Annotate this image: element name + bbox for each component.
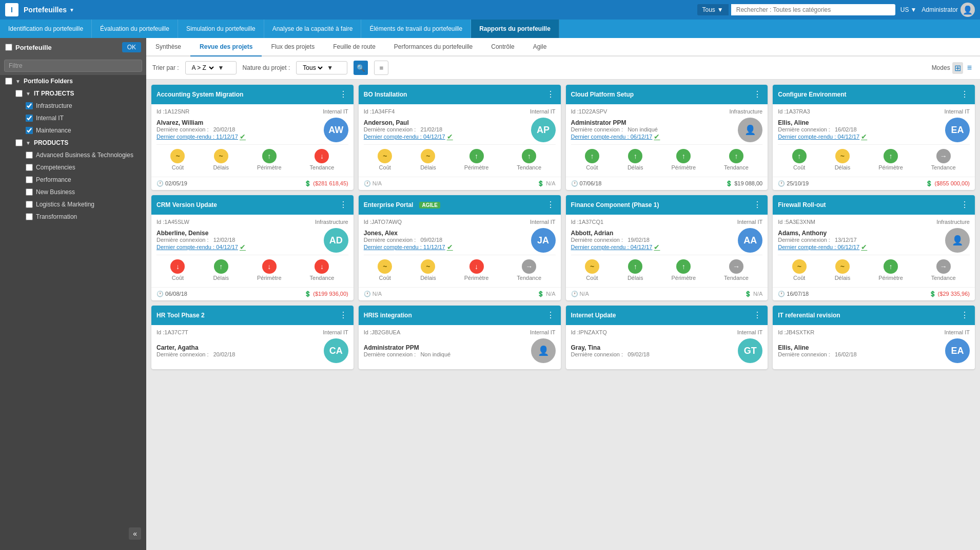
card-meta: Id :1A45SLW Infrastructure <box>156 219 348 225</box>
card-title: Configure Environment <box>778 91 846 98</box>
card-menu-button[interactable]: ⋮ <box>545 201 556 209</box>
cards-area: Accounting System Migration ⋮ Id :1A12SN… <box>146 80 980 550</box>
sub-tab-feuille[interactable]: Feuille de route <box>324 38 385 56</box>
card-internet-update: Internet Update ⋮ Id :IPNZAXTQ Internal … <box>566 306 768 369</box>
card-report-link[interactable]: Dernier compte-rendu : 06/12/17 ✔ <box>778 243 941 251</box>
sidebar-item-it-projects[interactable]: ▼ IT PROJECTS <box>0 87 146 100</box>
tendance-circle: → <box>729 259 743 274</box>
card-title: Internet Update <box>571 312 616 319</box>
sidebar-item-new-business[interactable]: New Business <box>0 186 146 198</box>
sidebar-item-infrastructure[interactable]: Infrastructure <box>0 100 146 112</box>
card-report-link[interactable]: Dernier compte-rendu : 04/12/17 ✔ <box>571 243 734 251</box>
sidebar-title: Portefeuille <box>15 44 52 51</box>
indicator-delais: ~ Délais <box>835 259 851 281</box>
sidebar-check-products[interactable] <box>15 139 23 146</box>
card-meta: Id :JATO7AWQ Internal IT <box>364 219 556 225</box>
sidebar-item-portfolio-folders[interactable]: ▼ Portfolio Folders <box>0 75 146 87</box>
sidebar-item-competencies[interactable]: Competencies <box>0 161 146 174</box>
sub-tab-flux[interactable]: Flux des projets <box>262 38 324 56</box>
sidebar-item-performance[interactable]: Performance <box>0 174 146 186</box>
card-last-login: Dernière connexion : 21/02/18 <box>364 126 527 132</box>
card-report-link[interactable]: Dernier compte-rendu : 04/12/17 ✔ <box>156 243 320 251</box>
sort-select[interactable]: A > Z Z > A ▼ <box>185 61 237 74</box>
card-report-link[interactable]: Dernier compte-rendu : 11/12/17 ✔ <box>364 243 527 251</box>
tab-analyse[interactable]: Analyse de la capacité à faire <box>264 20 362 38</box>
user-menu[interactable]: Administrator 👤 <box>922 3 975 17</box>
tab-evaluation[interactable]: Évaluation du portefeuille <box>92 20 178 38</box>
footer-cost: 💲 ($29 335,96) <box>929 291 970 297</box>
sidebar-check-internal-it[interactable] <box>26 115 33 122</box>
card-body: Id :1A12SNR Internal IT Alvarez, William… <box>151 104 354 177</box>
card-body: Id :JATO7AWQ Internal IT Jones, Alex Der… <box>359 215 561 287</box>
sub-tab-synthese[interactable]: Synthèse <box>146 38 190 56</box>
card-report-link[interactable]: Dernier compte-rendu : 04/12/17 ✔ <box>778 132 941 141</box>
sidebar-filter-input[interactable] <box>4 60 142 72</box>
card-indicators: ↑ Coût ↑ Délais ↑ Périmètre <box>571 144 763 173</box>
card-report-link[interactable]: Dernier compte-rendu : 11/12/17 ✔ <box>156 132 320 141</box>
sidebar-check-transformation[interactable] <box>26 213 33 220</box>
card-menu-button[interactable]: ⋮ <box>959 311 970 319</box>
sidebar-check-performance[interactable] <box>26 176 33 183</box>
filter-button[interactable]: ≡ <box>374 61 388 75</box>
card-menu-button[interactable]: ⋮ <box>338 201 348 209</box>
search-input[interactable] <box>731 4 895 15</box>
search-button[interactable]: 🔍 <box>354 61 368 75</box>
sidebar-item-logistics[interactable]: Logistics & Marketing <box>0 198 146 211</box>
sidebar-ok-button[interactable]: OK <box>122 42 141 52</box>
card-menu-button[interactable]: ⋮ <box>545 90 556 99</box>
tab-rapports[interactable]: Rapports du portefeuille <box>471 20 559 38</box>
indicator-tendance: → Tendance <box>931 149 956 170</box>
card-menu-button[interactable]: ⋮ <box>545 311 556 319</box>
sidebar-check-advanced[interactable] <box>26 151 33 159</box>
sidebar-check-portfolio[interactable] <box>5 78 12 85</box>
chevron-down-icon: ▼ <box>218 64 224 71</box>
indicator-cout: ↓ Coût <box>170 259 185 281</box>
card-crm-version-update: CRM Version Update ⋮ Id :1A45SLW Infrast… <box>151 195 354 300</box>
sidebar-item-maintenance[interactable]: Maintenance <box>0 124 146 137</box>
sub-tab-agile[interactable]: Agile <box>524 38 556 56</box>
tab-identification[interactable]: Identification du portefeuille <box>0 20 92 38</box>
card-menu-button[interactable]: ⋮ <box>338 311 348 319</box>
sidebar-check-infrastructure[interactable] <box>26 102 33 109</box>
nature-select-input[interactable]: Tous <box>301 64 324 72</box>
sidebar-item-advanced-business[interactable]: Advanced Business & Technologies <box>0 149 146 161</box>
sidebar-check-new-business[interactable] <box>26 188 33 196</box>
sidebar-check-competencies[interactable] <box>26 164 33 171</box>
card-menu-button[interactable]: ⋮ <box>959 90 970 99</box>
tab-simulation[interactable]: Simulation du portefeuille <box>178 20 264 38</box>
card-menu-button[interactable]: ⋮ <box>752 201 762 209</box>
card-indicators: ↑ Coût ~ Délais ↑ Périmètre <box>778 144 970 173</box>
card-menu-button[interactable]: ⋮ <box>338 90 348 99</box>
sidebar-item-products[interactable]: ▼ PRODUCTS <box>0 137 146 149</box>
card-report-link[interactable]: Dernier compte-rendu : 06/12/17 ✔ <box>571 132 734 141</box>
sidebar-check-it-projects[interactable] <box>15 90 23 97</box>
card-menu-button[interactable]: ⋮ <box>752 311 762 319</box>
sidebar-item-internal-it[interactable]: Internal IT <box>0 112 146 124</box>
card-body: Id :1A45SLW Infrastructure Abberline, De… <box>151 215 354 287</box>
sidebar-check-logistics[interactable] <box>26 201 33 208</box>
sidebar-collapse-button[interactable]: « <box>129 527 141 540</box>
sub-tab-controle[interactable]: Contrôle <box>482 38 523 56</box>
card-person-info: Administrator PPM Dernière connexion : N… <box>364 344 527 357</box>
card-type: Internal IT <box>530 329 556 335</box>
sidebar-check-maintenance[interactable] <box>26 127 33 134</box>
card-last-login: Dernière connexion : 09/02/18 <box>364 237 527 243</box>
sidebar-item-transformation[interactable]: Transformation <box>0 211 146 223</box>
search-type-button[interactable]: Tous ▼ <box>697 4 729 15</box>
card-body: Id :IPNZAXTQ Internal IT Gray, Tina Dern… <box>566 325 768 369</box>
card-menu-button[interactable]: ⋮ <box>752 90 762 99</box>
list-view-button[interactable]: ≡ <box>965 62 974 73</box>
sub-tab-revue[interactable]: Revue des projets <box>190 38 262 56</box>
locale-selector[interactable]: US ▼ <box>900 6 917 13</box>
indicator-delais: ~ Délais <box>420 259 436 281</box>
tab-elements[interactable]: Éléments de travail du portefeuille <box>361 20 471 38</box>
sort-select-input[interactable]: A > Z Z > A <box>190 64 215 72</box>
grid-view-button[interactable]: ⊞ <box>952 62 963 74</box>
sub-tab-performances[interactable]: Performances du portefeuille <box>385 38 482 56</box>
sidebar-master-check[interactable] <box>5 44 12 51</box>
card-person-info: Abberline, Denise Dernière connexion : 1… <box>156 230 320 251</box>
card-menu-button[interactable]: ⋮ <box>959 201 970 209</box>
nature-select[interactable]: Tous ▼ <box>296 61 347 74</box>
card-report-link[interactable]: Dernier compte-rendu : 04/12/17 ✔ <box>364 132 527 141</box>
footer-cost-na: 💲 N/A <box>537 180 555 187</box>
